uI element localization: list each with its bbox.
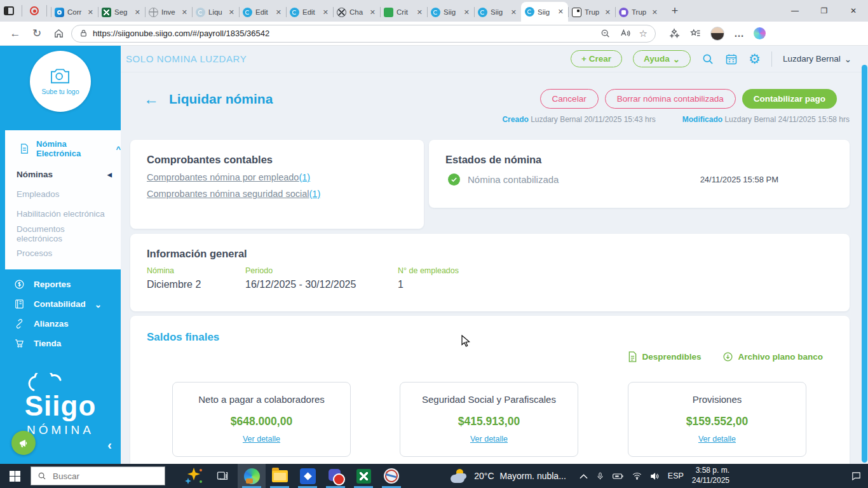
taskbar-file-explorer-icon[interactable] <box>266 464 294 488</box>
collections-icon[interactable] <box>689 28 701 39</box>
browser-tab-siigo-4[interactable]: Siig ✕ <box>427 3 474 22</box>
taskbar-snipping-icon[interactable] <box>377 464 405 488</box>
back-icon[interactable]: ← <box>6 25 24 43</box>
home-icon[interactable] <box>50 25 67 43</box>
profile-avatar[interactable] <box>710 27 724 41</box>
read-aloud-icon[interactable] <box>620 28 630 39</box>
contabilizar-pago-button[interactable]: Contabilizar pago <box>742 89 837 109</box>
search-icon[interactable] <box>702 53 714 65</box>
taskbar-teams-icon[interactable] <box>322 464 349 488</box>
tab-close-icon[interactable]: ✕ <box>87 8 94 17</box>
wifi-icon[interactable] <box>632 472 642 480</box>
close-button[interactable]: ✕ <box>839 0 868 22</box>
start-button[interactable] <box>0 464 29 488</box>
microphone-icon[interactable] <box>596 471 604 481</box>
cancelar-button[interactable]: Cancelar <box>540 89 599 109</box>
ver-detalle-link[interactable]: Ver detalle <box>698 435 736 444</box>
sidebar-item-reportes[interactable]: Reportes <box>0 274 121 294</box>
favorite-star-icon[interactable]: ☆ <box>639 28 648 39</box>
action-center-icon[interactable] <box>851 471 862 482</box>
borrar-nomina-button[interactable]: Borrar nómina contabilizada <box>605 89 736 109</box>
link-count[interactable]: (1) <box>299 172 310 182</box>
browser-essentials-icon[interactable] <box>668 28 680 39</box>
tab-close-icon[interactable]: ✕ <box>651 8 658 17</box>
gear-icon[interactable]: ⚙ <box>749 51 761 67</box>
sidebar-item-contabilidad[interactable]: Contabilidad ⌄ <box>0 294 121 314</box>
taskbar-search[interactable] <box>31 466 165 485</box>
desprendibles-link[interactable]: Desprendibles <box>628 351 701 362</box>
task-view-icon[interactable] <box>216 470 229 482</box>
search-input[interactable] <box>51 471 158 482</box>
browser-tab-siigo-3[interactable]: Edit ✕ <box>286 3 333 22</box>
settings-menu-icon[interactable]: … <box>734 28 744 39</box>
taskbar-edge-icon[interactable] <box>238 464 266 488</box>
tab-close-icon[interactable]: ✕ <box>322 8 329 17</box>
ver-detalle-link[interactable]: Ver detalle <box>470 435 508 444</box>
announcements-button[interactable] <box>11 431 36 455</box>
taskbar-blue-app-icon[interactable] <box>294 464 322 488</box>
tab-close-icon[interactable]: ✕ <box>416 8 423 17</box>
address-bar[interactable]: https://siigonube.siigo.com/#/payroll/18… <box>71 25 656 43</box>
sidebar-item-documentos[interactable]: Documentos electrónicos <box>5 224 121 243</box>
browser-tab-siigo-5[interactable]: Siig ✕ <box>474 3 521 22</box>
browser-tab-trupper-1[interactable]: Trup ✕ <box>568 3 615 22</box>
tab-close-icon[interactable]: ✕ <box>369 8 376 17</box>
taskbar-excel-icon[interactable] <box>349 464 377 488</box>
sidebar-item-tienda[interactable]: Tienda <box>0 334 121 353</box>
link-count[interactable]: (1) <box>309 189 321 199</box>
browser-tab-siigo-active[interactable]: Siig ✕ <box>521 2 568 22</box>
collapse-sidebar-icon[interactable]: ‹ <box>107 438 112 452</box>
zoom-out-icon[interactable] <box>600 29 611 39</box>
tab-close-icon[interactable]: ✕ <box>604 8 611 17</box>
language-indicator[interactable]: ESP <box>668 471 684 480</box>
copilot-icon[interactable] <box>754 27 766 39</box>
clock[interactable]: 3:58 p. m. 24/11/2025 <box>692 466 729 485</box>
ayuda-button[interactable]: Ayuda ⌄ <box>633 50 691 67</box>
sidebar-item-procesos[interactable]: Procesos <box>5 243 121 263</box>
browser-tab-outlook[interactable]: Corr ✕ <box>51 3 98 22</box>
minimize-button[interactable]: — <box>780 0 810 22</box>
new-tab-button[interactable]: + <box>666 2 684 20</box>
hidden-icons-chevron[interactable] <box>580 473 588 479</box>
speaker-icon[interactable] <box>650 472 660 480</box>
tab-close-icon[interactable]: ✕ <box>228 8 235 17</box>
tab-close-icon[interactable]: ✕ <box>275 8 282 17</box>
copilot-sparkles-icon[interactable] <box>183 466 205 485</box>
back-arrow-icon[interactable]: ← <box>144 92 159 107</box>
weather-widget[interactable]: 20°C Mayorm. nubla... <box>451 469 566 483</box>
tab-close-icon[interactable]: ✕ <box>463 8 470 17</box>
upload-logo-button[interactable]: Sube tu logo <box>30 51 91 112</box>
page-scrollbar[interactable] <box>862 65 867 463</box>
tab-close-icon[interactable]: ✕ <box>181 8 188 17</box>
url-text[interactable]: https://siigonube.siigo.com/#/payroll/18… <box>93 29 595 38</box>
sidebar-section-nomina-electronica[interactable]: Nómina Electrónica ^ <box>5 139 121 158</box>
browser-tab-web[interactable]: Inve ✕ <box>145 3 192 22</box>
crear-button[interactable]: + Crear <box>571 50 622 67</box>
user-menu[interactable]: Luzdary Bernal ⌄ <box>783 54 851 64</box>
link-comprobantes-empleado[interactable]: Comprobantes nómina por empleado(1) <box>147 172 407 182</box>
tab-close-icon[interactable]: ✕ <box>134 8 141 17</box>
browser-tab-trupper-2[interactable]: Trup ✕ <box>615 3 662 22</box>
refresh-icon[interactable]: ↻ <box>28 25 46 43</box>
browser-tab-green[interactable]: Crit ✕ <box>380 3 427 22</box>
sidebar-item-empleados[interactable]: Empleados <box>5 184 121 204</box>
restore-button[interactable]: ❐ <box>810 0 839 22</box>
battery-icon[interactable] <box>613 472 624 480</box>
sidebar-item-habilitacion[interactable]: Habilitación electrónica <box>5 204 121 224</box>
sidebar-item-nominas[interactable]: Nóminas ◀ <box>5 165 121 184</box>
sidebar-item-alianzas[interactable]: Alianzas <box>0 314 121 334</box>
recording-icon[interactable] <box>30 6 39 15</box>
ver-detalle-link[interactable]: Ver detalle <box>243 435 280 444</box>
link-text[interactable]: Comprobantes nómina por empleado <box>147 172 299 182</box>
browser-tab-siigo-2[interactable]: Edit ✕ <box>239 3 286 22</box>
link-text[interactable]: Comprobantes nómina seguridad social <box>147 189 309 199</box>
tab-close-icon[interactable]: ✕ <box>557 8 564 16</box>
calendar-icon[interactable] <box>725 53 738 65</box>
archivo-plano-banco-link[interactable]: Archivo plano banco <box>722 351 823 362</box>
workspaces-icon[interactable] <box>4 6 14 15</box>
browser-tab-excel[interactable]: Seg ✕ <box>98 3 145 22</box>
browser-tab-siigo-1[interactable]: Liqu ✕ <box>192 3 239 22</box>
link-comprobantes-seguridad[interactable]: Comprobantes nómina seguridad social(1) <box>147 189 407 199</box>
tab-close-icon[interactable]: ✕ <box>510 8 517 17</box>
browser-tab-chatgpt[interactable]: Cha ✕ <box>333 3 380 22</box>
